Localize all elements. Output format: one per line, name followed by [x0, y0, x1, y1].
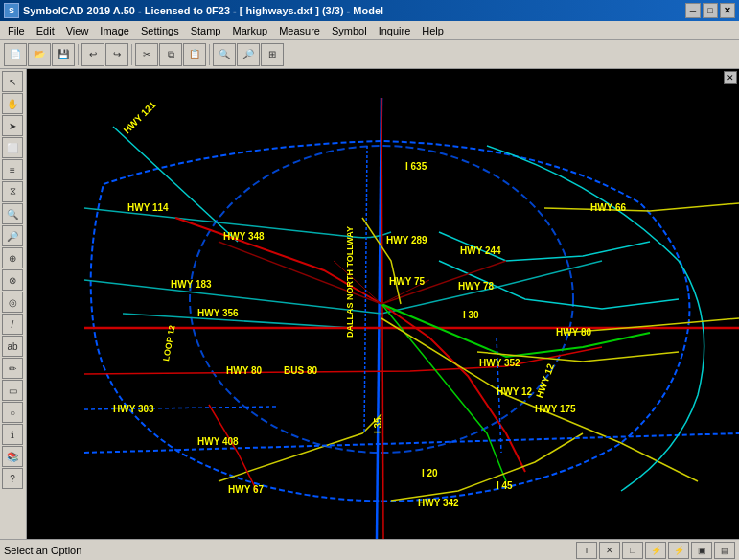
left-toolbar-zoom-in[interactable]: 🔍 — [2, 203, 23, 224]
toolbar-sep3 — [209, 44, 210, 65]
menu-item-help[interactable]: Help — [416, 23, 450, 38]
label-hwy67: HWY 67 — [228, 484, 264, 495]
label-i35: I 35 — [373, 417, 383, 433]
status-sq2-btn[interactable]: ▤ — [714, 542, 735, 559]
status-sq1-btn[interactable]: ▣ — [691, 542, 712, 559]
label-hwy352: HWY 352 — [479, 358, 520, 368]
menubar: FileEditViewImageSettingsStampMarkupMeas… — [0, 21, 739, 40]
toolbar-copy[interactable]: ⧉ — [159, 43, 182, 66]
left-toolbar: ↖✋➤⬜≡⧖🔍🔎⊕⊗◎/ab✏▭○ℹ📚? — [0, 69, 27, 539]
canvas-container[interactable]: ✕ — [27, 69, 739, 539]
label-i20: I 20 — [422, 468, 438, 478]
label-hwy342: HWY 342 — [418, 498, 459, 508]
left-toolbar-tool5[interactable]: ≡ — [2, 159, 23, 180]
label-hwy183: HWY 183 — [171, 279, 212, 290]
left-toolbar-info[interactable]: ℹ — [2, 424, 23, 445]
label-hwy356: HWY 356 — [197, 308, 239, 318]
left-toolbar-rectangle[interactable]: ▭ — [2, 380, 23, 401]
label-i30: I 30 — [463, 310, 479, 320]
label-i45: I 45 — [497, 480, 513, 491]
left-toolbar-tool14[interactable]: ✏ — [2, 358, 23, 379]
statusbar: Select an Option T ✕ □ ⚡ ⚡ ▣ ▤ — [0, 539, 739, 560]
left-toolbar-line[interactable]: / — [2, 314, 23, 335]
menu-item-settings[interactable]: Settings — [135, 23, 185, 38]
toolbar-redo[interactable]: ↪ — [105, 43, 128, 66]
status-x-btn[interactable]: ✕ — [599, 542, 620, 559]
label-hwy75: HWY 75 — [389, 276, 425, 287]
menu-item-measure[interactable]: Measure — [273, 23, 326, 38]
left-toolbar-tool10[interactable]: ⊗ — [2, 269, 23, 291]
toolbar-open[interactable]: 📂 — [28, 43, 51, 66]
toolbar-zoom-in[interactable]: 🔍 — [213, 43, 236, 66]
menu-item-view[interactable]: View — [60, 23, 95, 38]
minimize-button[interactable]: ─ — [685, 3, 701, 18]
status-text-btn[interactable]: T — [576, 542, 597, 559]
map-canvas: HWY 121 I 635 HWY 114 HWY 66 HWY 348 HWY… — [27, 69, 739, 539]
toolbar-cut[interactable]: ✂ — [135, 43, 158, 66]
toolbar-fit[interactable]: ⊞ — [261, 43, 284, 66]
left-toolbar-select[interactable]: ↖ — [2, 71, 23, 92]
label-hwy80-left: HWY 80 — [226, 365, 262, 376]
toolbar-new[interactable]: 📄 — [4, 43, 27, 66]
left-toolbar-zoom-out[interactable]: 🔎 — [2, 225, 23, 246]
titlebar-title: SymbolCAD 2019 A.50 - Licensed to 0F23 -… — [23, 5, 383, 16]
toolbar-sep2 — [131, 44, 132, 65]
titlebar: S SymbolCAD 2019 A.50 - Licensed to 0F23… — [0, 0, 739, 21]
status-rect-btn[interactable]: □ — [622, 542, 643, 559]
close-button[interactable]: ✕ — [720, 3, 735, 18]
label-hwy244: HWY 244 — [460, 245, 501, 256]
menu-item-symbol[interactable]: Symbol — [326, 23, 373, 38]
label-hwy66: HWY 66 — [590, 202, 626, 213]
toolbar: 📄 📂 💾 ↩ ↪ ✂ ⧉ 📋 🔍 🔎 ⊞ — [0, 40, 739, 69]
toolbar-sep1 — [78, 44, 79, 65]
toolbar-save[interactable]: 💾 — [52, 43, 75, 66]
label-hwy303: HWY 303 — [113, 404, 154, 414]
canvas-close-button[interactable]: ✕ — [724, 71, 737, 84]
menu-item-inquire[interactable]: Inquire — [373, 23, 417, 38]
label-hwy114: HWY 114 — [127, 202, 169, 213]
main-area: ↖✋➤⬜≡⧖🔍🔎⊕⊗◎/ab✏▭○ℹ📚? ✕ — [0, 69, 739, 539]
toolbar-zoom-out[interactable]: 🔎 — [237, 43, 260, 66]
left-toolbar-tool6[interactable]: ⧖ — [2, 181, 23, 202]
label-bus80: BUS 80 — [284, 365, 317, 376]
left-toolbar-pan[interactable]: ✋ — [2, 93, 23, 114]
label-hwy289: HWY 289 — [386, 235, 427, 245]
left-toolbar-arrow[interactable]: ➤ — [2, 115, 23, 136]
toolbar-paste[interactable]: 📋 — [183, 43, 206, 66]
left-toolbar-tool18[interactable]: 📚 — [2, 446, 23, 467]
label-hwy12: HWY 12 — [497, 386, 532, 397]
menu-item-file[interactable]: File — [2, 23, 31, 38]
maximize-button[interactable]: □ — [703, 3, 718, 18]
menu-item-image[interactable]: Image — [94, 23, 135, 38]
label-i635: I 635 — [405, 161, 427, 172]
left-toolbar-zoom-extents[interactable]: ⊕ — [2, 247, 23, 268]
status-message: Select an Option — [4, 545, 81, 556]
status-bolt1-btn[interactable]: ⚡ — [645, 542, 666, 559]
label-hwy408: HWY 408 — [197, 436, 239, 447]
menu-item-markup[interactable]: Markup — [226, 23, 273, 38]
label-hwy78: HWY 78 — [458, 281, 494, 292]
label-hwy80-right: HWY 80 — [556, 327, 591, 338]
menu-item-edit[interactable]: Edit — [31, 23, 60, 38]
label-tollway: DALLAS NORTH TOLLWAY — [345, 226, 355, 338]
left-toolbar-tool4[interactable]: ⬜ — [2, 137, 23, 158]
toolbar-undo[interactable]: ↩ — [81, 43, 104, 66]
left-toolbar-tool11[interactable]: ◎ — [2, 292, 23, 313]
label-hwy175: HWY 175 — [535, 404, 576, 414]
left-toolbar-text[interactable]: ab — [2, 336, 23, 357]
left-toolbar-help[interactable]: ? — [2, 468, 23, 489]
label-hwy348: HWY 348 — [223, 231, 265, 242]
menu-item-stamp[interactable]: Stamp — [185, 23, 227, 38]
left-toolbar-circle[interactable]: ○ — [2, 402, 23, 423]
status-buttons: T ✕ □ ⚡ ⚡ ▣ ▤ — [576, 542, 735, 559]
status-bolt2-btn[interactable]: ⚡ — [668, 542, 689, 559]
app-icon: S — [4, 3, 19, 18]
